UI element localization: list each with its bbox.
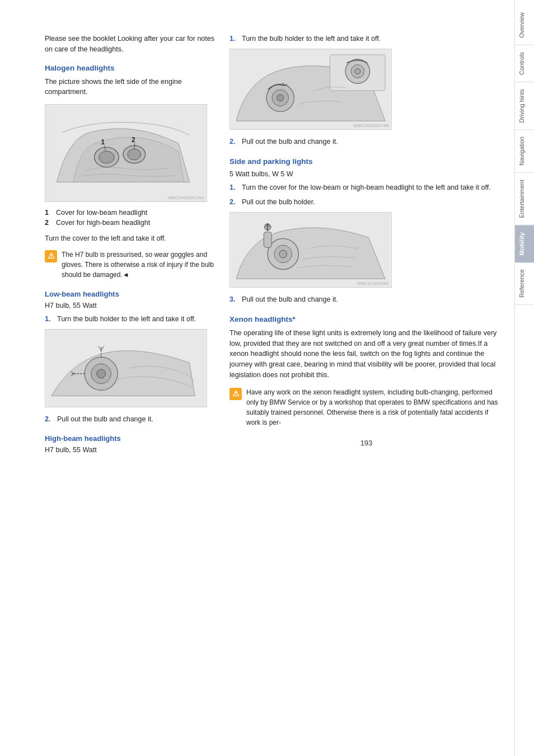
svg-text:2: 2 [132,136,135,144]
halogen-warning-text: The H7 bulb is pressurised, so wear gogg… [62,250,218,280]
right-step1-block: 1. Turn the bulb holder to the left and … [229,34,503,147]
side-parking-spec: 5 Watt bulbs, W 5 W [229,170,503,178]
low-beam-diagram [45,330,207,407]
sidebar-tab-navigation[interactable]: Navigation [515,130,534,173]
warning-icon-1: ⚠ [45,250,57,262]
sidebar-tab-reference[interactable]: Reference [515,262,534,305]
side-parking-step1-text: Turn the cover for the low-beam or high-… [242,182,491,193]
right-step1-num: 1. [229,34,238,44]
right-step2-text: Pull out the bulb and change it. [242,137,338,147]
right-step1-text: Turn the bulb holder to the left and tak… [242,34,381,44]
halogen-turn-text: Turn the cover to the left and take it o… [45,233,218,244]
svg-point-2 [99,151,115,163]
engine-diagram: 1 2 WBC24022017AK [45,105,207,201]
right-diagram1: WBC24022017A6 [230,49,391,129]
low-beam-section: Low-beam headlights H7 bulb, 55 Watt 1. … [45,290,218,425]
halogen-labels: 1 Cover for low-beam headlight 2 Cover f… [45,209,218,227]
xenon-section: Xenon headlights* The operating life of … [229,315,503,428]
label-num-1: 1 [45,209,53,217]
high-beam-section: High-beam headlights H7 bulb, 55 Watt [45,434,218,454]
side-parking-step1: 1. Turn the cover for the low-beam or hi… [229,182,503,193]
sidebar: Overview Controls Driving hints Navigati… [514,0,534,756]
right-step1: 1. Turn the bulb holder to the left and … [229,34,503,44]
right-step2-num: 2. [229,137,238,147]
svg-point-17 [355,68,360,74]
engine-diagram-box: 1 2 WBC24022017AK [45,104,207,202]
label-text-1: Cover for low-beam headlight [56,209,147,217]
intro-text: Please see the booklet Looking after you… [45,34,218,55]
svg-point-20 [277,95,284,101]
high-beam-title: High-beam headlights [45,434,218,443]
main-area: Please see the booklet Looking after you… [0,0,514,756]
sidebar-tab-driving-hints[interactable]: Driving hints [515,82,534,130]
label-item-2: 2 Cover for high-beam headlight [45,219,218,227]
side-parking-step2-num: 2. [229,197,238,208]
low-beam-step2-num: 2. [45,414,54,425]
xenon-title: Xenon headlights* [229,315,503,323]
xenon-desc: The operating life of these light units … [229,328,503,381]
side-parking-step1-num: 1. [229,182,238,193]
page-number: 193 [229,439,503,447]
side-parking-title: Side and parking lights [229,157,503,166]
warning-icon-2: ⚠ [229,388,242,400]
side-parking-section: Side and parking lights 5 Watt bulbs, W … [229,157,503,305]
side-parking-step2: 2. Pull out the bulb holder. [229,197,503,208]
right-column: 1. Turn the bulb holder to the left and … [229,34,503,734]
svg-point-12 [97,369,106,378]
side-parking-step3: 3. Pull out the bulb and change it. [229,294,503,305]
low-beam-step1-num: 1. [45,314,54,325]
diagram2-code: WBC24022017A6 [353,123,389,128]
halogen-title: Halogen headlights [45,64,218,72]
right-diagram1-box: WBC24022017A6 [229,49,392,130]
svg-point-24 [279,250,287,258]
low-beam-title: Low-beam headlights [45,290,218,298]
left-column: Please see the booklet Looking after you… [45,34,218,734]
low-beam-step1: 1. Turn the bulb holder to the left and … [45,314,218,325]
label-text-2: Cover for high-beam headlight [56,219,150,227]
label-num-2: 2 [45,219,53,227]
halogen-desc: The picture shows the left side of the e… [45,77,218,98]
svg-point-4 [128,149,141,160]
diagram1-code: WBC24022017AK [168,195,204,200]
halogen-warning-box: ⚠ The H7 bulb is pressurised, so wear go… [45,250,218,280]
low-beam-step2-text: Pull out the bulb and change it. [57,414,153,425]
side-parking-step3-num: 3. [229,294,238,305]
low-beam-step2: 2. Pull out the bulb and change it. [45,414,218,425]
xenon-warning-text: Have any work on the xenon headlight sys… [246,387,503,428]
right-step2: 2. Pull out the bulb and change it. [229,137,503,147]
sidebar-tab-entertainment[interactable]: Entertainment [515,173,534,225]
page: Please see the booklet Looking after you… [0,0,534,756]
svg-text:1: 1 [101,138,105,146]
low-beam-step1-text: Turn the bulb holder to the left and tak… [57,314,196,325]
high-beam-spec: H7 bulb, 55 Watt [45,446,218,454]
side-parking-diagram-box: WBC211E05AK [229,212,392,288]
diagram3-code: WBC211E05AK [357,281,389,286]
low-beam-diagram-box [45,329,207,407]
sidebar-tab-overview[interactable]: Overview [515,6,534,45]
sidebar-tab-mobility[interactable]: Mobility [515,226,534,263]
side-parking-diagram: WBC211E05AK [230,213,391,287]
label-item-1: 1 Cover for low-beam headlight [45,209,218,217]
low-beam-spec: H7 bulb, 55 Watt [45,302,218,309]
svg-rect-25 [264,232,271,247]
xenon-warning-box: ⚠ Have any work on the xenon headlight s… [229,387,503,428]
side-parking-step3-text: Pull out the bulb and change it. [242,294,338,305]
side-parking-step2-text: Pull out the bulb holder. [242,197,315,208]
halogen-section: Halogen headlights The picture shows the… [45,64,218,280]
sidebar-tab-controls[interactable]: Controls [515,45,534,82]
